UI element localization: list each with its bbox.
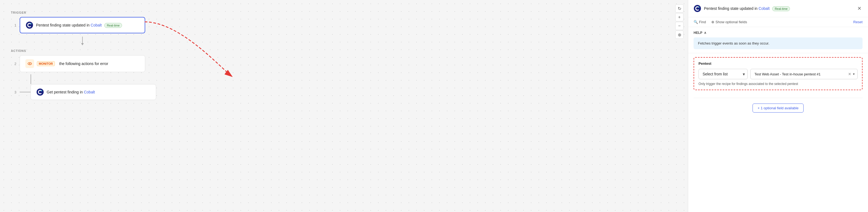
help-toggle-icon: ∧ xyxy=(704,31,706,35)
pentest-label: Pentest xyxy=(699,61,858,66)
optional-fields-button[interactable]: + 1 optional field available xyxy=(752,103,804,113)
node-3-link[interactable]: Cobalt xyxy=(84,90,95,94)
svg-point-7 xyxy=(694,5,701,12)
node-3-number: 3 xyxy=(11,90,17,94)
flow-canvas: ↻ + − ⊕ TRIGGER 1 Pentest finding state … xyxy=(0,0,688,212)
node-2-text: the following actions for error xyxy=(59,61,108,66)
cobalt-icon-node1 xyxy=(26,21,33,29)
node-1-link[interactable]: Cobalt xyxy=(91,23,101,27)
pentest-controls: Select from list ▾ Test Web Asset - Test… xyxy=(699,69,858,79)
divider xyxy=(693,98,863,98)
select-from-list-wrapper: Select from list ▾ xyxy=(699,69,748,79)
pentest-section: Pentest Select from list ▾ Test Web Asse… xyxy=(693,57,863,90)
panel-title: Pentest finding state updated in Cobalt … xyxy=(704,6,854,11)
monitor-node[interactable]: MONITOR the following actions for error xyxy=(20,55,145,72)
optional-icon: ⊕ xyxy=(711,20,714,24)
right-panel: Pentest finding state updated in Cobalt … xyxy=(688,0,868,212)
help-content: Fetches trigger events as soon as they o… xyxy=(693,37,863,49)
svg-point-0 xyxy=(26,22,33,29)
monitor-badge: MONITOR xyxy=(37,61,55,66)
eye-icon xyxy=(27,61,32,66)
trigger-label: TRIGGER xyxy=(11,11,156,14)
node-1-row: 1 Pentest finding state updated in Cobal… xyxy=(11,17,156,33)
node-3-row: 3 Get pentest finding in Cobalt xyxy=(11,84,156,100)
help-section: HELP ∧ Fetches trigger events as soon as… xyxy=(688,27,868,53)
panel-header: Pentest finding state updated in Cobalt … xyxy=(688,0,868,17)
svg-point-8 xyxy=(699,6,700,8)
trigger-node[interactable]: Pentest finding state updated in Cobalt … xyxy=(20,17,145,33)
zoom-out-button[interactable]: − xyxy=(675,22,683,30)
svg-point-1 xyxy=(31,23,32,24)
panel-toolbar: 🔍 Find ⊕ Show optional fields Reset xyxy=(688,17,868,27)
value-field-text: Test Web Asset - Test in-house pentest #… xyxy=(753,69,848,79)
zoom-refresh-button[interactable]: ↻ xyxy=(675,4,683,12)
reset-button[interactable]: Reset xyxy=(853,20,863,24)
flow-nodes: TRIGGER 1 Pentest finding state updated … xyxy=(11,11,156,102)
zoom-in-button[interactable]: + xyxy=(675,13,683,21)
panel-header-link[interactable]: Cobalt xyxy=(758,6,770,11)
svg-point-3 xyxy=(29,63,30,64)
select-from-list[interactable]: Select from list xyxy=(699,69,748,79)
close-button[interactable]: ✕ xyxy=(856,4,863,12)
node-2-number: 2 xyxy=(11,62,17,66)
node-3-text: Get pentest finding in Cobalt xyxy=(47,90,95,94)
help-header[interactable]: HELP ∧ xyxy=(693,31,863,35)
pentest-hint: Only trigger the recipe for findings ass… xyxy=(699,82,858,86)
svg-point-5 xyxy=(41,90,42,91)
node-2-row: 2 MONITOR the following actions for erro… xyxy=(11,55,156,72)
show-optional-fields-button[interactable]: ⊕ Show optional fields xyxy=(711,20,747,24)
panel-cobalt-icon xyxy=(693,5,701,12)
node-1-number: 1 xyxy=(11,23,17,27)
value-field[interactable]: Test Web Asset - Test in-house pentest #… xyxy=(750,69,858,79)
svg-point-4 xyxy=(37,89,44,96)
panel-header-badge: Real-time xyxy=(772,6,790,11)
find-icon: 🔍 xyxy=(693,20,698,24)
monitor-icon xyxy=(25,59,34,68)
find-button[interactable]: 🔍 Find xyxy=(693,20,706,24)
node-1-text: Pentest finding state updated in Cobalt … xyxy=(36,23,122,27)
realtime-badge: Real-time xyxy=(104,23,122,28)
zoom-controls: ↻ + − ⊕ xyxy=(675,4,683,39)
value-chevron-icon: ▾ xyxy=(853,72,855,76)
actions-label: ACTIONS xyxy=(11,49,156,53)
optional-fields-row: + 1 optional field available xyxy=(688,102,868,118)
help-label: HELP xyxy=(693,31,702,35)
cobalt-icon-node3 xyxy=(36,88,44,96)
zoom-fit-button[interactable]: ⊕ xyxy=(675,31,683,39)
value-clear-button[interactable]: ✕ xyxy=(848,72,851,76)
action-node[interactable]: Get pentest finding in Cobalt xyxy=(31,84,156,100)
